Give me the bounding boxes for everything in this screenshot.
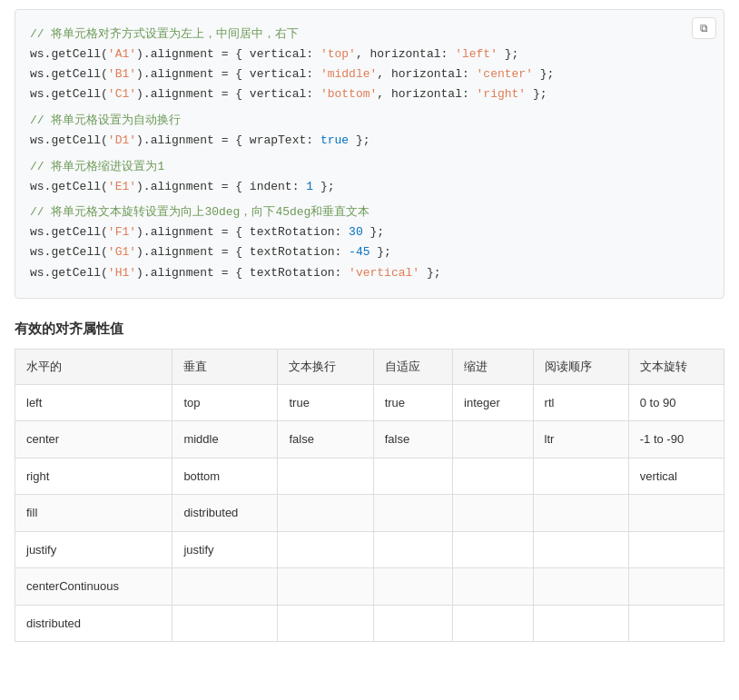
section-title: 有效的对齐属性值 [15, 320, 724, 338]
table-cell: false [373, 421, 452, 458]
table-cell [278, 458, 373, 495]
table-cell [628, 568, 724, 606]
table-cell: justify [172, 531, 278, 568]
code-line: ws.getCell('H1').alignment = { textRotat… [30, 263, 709, 283]
table-cell: bottom [172, 458, 278, 495]
table-cell [278, 605, 373, 642]
table-cell: distributed [172, 495, 278, 532]
table-cell: -1 to -90 [628, 421, 724, 458]
table-cell [628, 605, 724, 642]
table-cell [453, 458, 533, 495]
copy-button[interactable]: ⧉ [692, 17, 716, 39]
table-cell [533, 605, 628, 642]
table-cell: integer [453, 384, 533, 421]
table-cell: 0 to 90 [628, 384, 724, 421]
code-block-container: ⧉ // 将单元格对齐方式设置为左上，中间居中，右下ws.getCell('A1… [15, 9, 724, 299]
code-comment: // 将单元格对齐方式设置为左上，中间居中，右下 [30, 25, 709, 44]
table-cell: right [15, 458, 172, 495]
table-cell [373, 605, 452, 642]
table-header: 缩进 [453, 349, 533, 384]
table-cell: justify [15, 531, 172, 568]
table-cell: rtl [533, 384, 628, 421]
code-line: ws.getCell('B1').alignment = { vertical:… [30, 64, 709, 84]
table-cell [533, 495, 628, 532]
table-row: justifyjustify [15, 531, 724, 568]
table-cell: true [278, 384, 373, 421]
table-header: 阅读顺序 [533, 349, 628, 384]
table-cell [278, 495, 373, 532]
code-line: ws.getCell('A1').alignment = { vertical:… [30, 44, 709, 64]
code-line: ws.getCell('C1').alignment = { vertical:… [30, 84, 709, 104]
code-line: ws.getCell('F1').alignment = { textRotat… [30, 222, 709, 242]
table-cell: centerContinuous [15, 568, 172, 606]
code-line: ws.getCell('E1').alignment = { indent: 1… [30, 177, 709, 197]
table-cell [373, 531, 452, 568]
table-cell: center [15, 421, 172, 458]
table-cell: ltr [533, 421, 628, 458]
table-header: 文本换行 [278, 349, 373, 384]
table-cell [373, 568, 452, 606]
table-cell [172, 605, 278, 642]
table-cell: true [373, 384, 452, 421]
table-cell [533, 531, 628, 568]
table-cell [533, 458, 628, 495]
table-cell: vertical [628, 458, 724, 495]
table-header: 自适应 [373, 349, 452, 384]
table-row: filldistributed [15, 495, 724, 532]
table-cell: fill [15, 495, 172, 532]
alignment-table: 水平的垂直文本换行自适应缩进阅读顺序文本旋转 lefttoptruetruein… [15, 349, 724, 643]
table-cell [453, 531, 533, 568]
table-cell [628, 531, 724, 568]
table-row: centerContinuous [15, 568, 724, 606]
table-cell [373, 458, 452, 495]
table-cell [533, 568, 628, 606]
code-comment: // 将单元格文本旋转设置为向上30deg，向下45deg和垂直文本 [30, 202, 709, 222]
table-row: distributed [15, 605, 724, 642]
table-section: 有效的对齐属性值 水平的垂直文本换行自适应缩进阅读顺序文本旋转 lefttopt… [15, 320, 724, 643]
table-header: 垂直 [172, 349, 278, 384]
table-cell: false [278, 421, 373, 458]
table-cell [453, 495, 533, 532]
table-row: centermiddlefalsefalseltr-1 to -90 [15, 421, 724, 458]
table-cell: left [15, 384, 172, 421]
table-cell [453, 605, 533, 642]
table-header: 水平的 [15, 349, 172, 384]
code-comment: // 将单元格设置为自动换行 [30, 111, 709, 131]
table-cell [172, 568, 278, 606]
table-header: 文本旋转 [628, 349, 724, 384]
table-cell [453, 421, 533, 458]
code-comment: // 将单元格缩进设置为1 [30, 157, 709, 177]
table-cell [278, 531, 373, 568]
code-line: ws.getCell('D1').alignment = { wrapText:… [30, 131, 709, 151]
code-line: ws.getCell('G1').alignment = { textRotat… [30, 242, 709, 262]
code-content: // 将单元格对齐方式设置为左上，中间居中，右下ws.getCell('A1')… [30, 25, 709, 283]
table-cell: middle [172, 421, 278, 458]
table-cell [628, 495, 724, 532]
table-row: lefttoptruetrueintegerrtl0 to 90 [15, 384, 724, 421]
table-cell: top [172, 384, 278, 421]
table-cell [453, 568, 533, 606]
table-row: rightbottomvertical [15, 458, 724, 495]
table-cell [278, 568, 373, 606]
table-cell: distributed [15, 605, 172, 642]
table-cell [373, 495, 452, 532]
